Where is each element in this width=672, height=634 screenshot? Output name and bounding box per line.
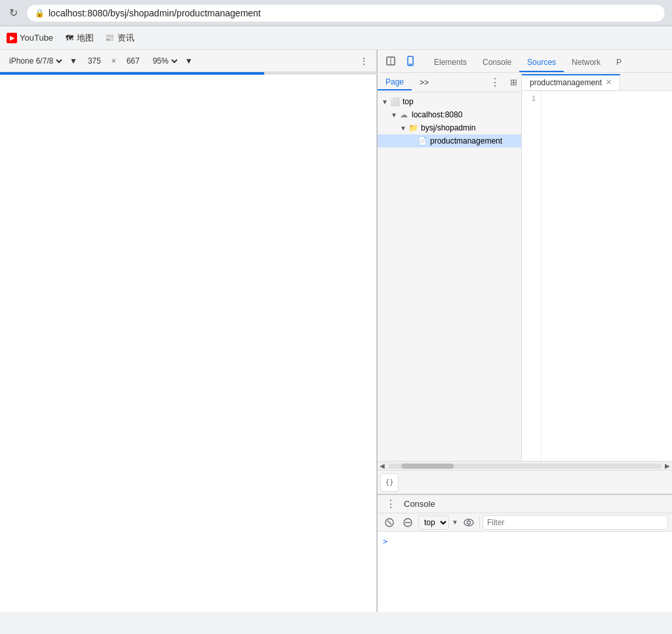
- maps-label: 地图: [77, 32, 94, 44]
- tab-sources[interactable]: Sources: [519, 54, 564, 72]
- inspect-element-button[interactable]: [382, 52, 400, 70]
- sidebar-split-button[interactable]: ⊞: [505, 75, 521, 90]
- height-input[interactable]: [121, 56, 145, 66]
- youtube-label: YouTube: [20, 33, 53, 43]
- console-dropdown-icon: ▼: [452, 519, 458, 526]
- page-viewport: [0, 75, 377, 612]
- console-eye-button[interactable]: [461, 515, 477, 530]
- tree-label-productmanagement: productmanagement: [430, 136, 502, 146]
- filter-divider: [479, 516, 480, 529]
- devtools-panel: Elements Console Sources Network P Page …: [377, 50, 672, 612]
- tab-network[interactable]: Network: [564, 54, 608, 72]
- viewport-area: iPhone 6/7/8 ▼ × 95% ▼ ⋮: [0, 50, 377, 612]
- bookmark-maps[interactable]: 🗺 地图: [64, 32, 94, 44]
- browser-chrome: ↻ 🔒 localhost:8080/bysj/shopadmin/produc…: [0, 0, 672, 26]
- news-icon: 📰: [104, 33, 115, 43]
- bookmark-youtube[interactable]: ▶ YouTube: [7, 33, 53, 43]
- tree-item-shopadmin[interactable]: ▼ 📁 bysj/shopadmin: [378, 121, 521, 134]
- file-tree: ▼ ⬜ top ▼ ☁ localhost:8080: [378, 92, 521, 461]
- tree-label-shopadmin: bysj/shopadmin: [421, 123, 475, 132]
- sources-horizontal-scrollbar[interactable]: ◀ ▶: [378, 461, 672, 470]
- console-header: ⋮ Console: [378, 495, 672, 513]
- news-label: 资讯: [117, 32, 134, 44]
- dimension-x: ×: [111, 56, 116, 66]
- tree-arrow-shopadmin: ▼: [399, 125, 408, 132]
- scroll-track: [388, 464, 662, 469]
- tab-more[interactable]: P: [608, 54, 629, 72]
- bookmark-news[interactable]: 📰 资讯: [104, 32, 134, 44]
- toolbar-more-button[interactable]: ⋮: [359, 56, 370, 66]
- bookmarks-bar: ▶ YouTube 🗺 地图 📰 资讯: [0, 26, 672, 50]
- file-icon: 📄: [417, 136, 427, 146]
- tree-arrow-localhost: ▼: [389, 111, 399, 119]
- url-text: localhost:8080/bysj/shopadmin/productman…: [49, 8, 261, 18]
- reload-button[interactable]: ↻: [7, 7, 20, 20]
- youtube-icon: ▶: [7, 33, 17, 43]
- devtools-tabs: Elements Console Sources Network P: [424, 50, 672, 72]
- device-toolbar: iPhone 6/7/8 ▼ × 95% ▼ ⋮: [0, 50, 377, 72]
- scroll-left-button[interactable]: ◀: [378, 462, 387, 471]
- sources-sidebar-tabs: Page >> ⋮ ⊞: [378, 73, 521, 92]
- tab-console[interactable]: Console: [475, 54, 519, 72]
- tree-arrow-top: ▼: [380, 98, 389, 106]
- cloud-icon: ☁: [399, 109, 409, 120]
- sidebar-tab-page[interactable]: Page: [378, 75, 412, 90]
- svg-point-9: [467, 521, 470, 524]
- editor-tab-productmanagement[interactable]: productmanagement ✕: [522, 74, 620, 90]
- console-context-selector[interactable]: top: [418, 515, 449, 530]
- tab-elements[interactable]: Elements: [426, 54, 475, 72]
- console-filter-input[interactable]: [483, 515, 668, 530]
- console-label: Console: [404, 499, 435, 509]
- console-prompt: >: [383, 537, 667, 546]
- console-bottom-panel: ⋮ Console top: [378, 494, 672, 612]
- sidebar-more-button[interactable]: ⋮: [484, 76, 505, 89]
- console-chevron-icon: >: [383, 537, 387, 546]
- devtools-toolbar-icons: [378, 52, 424, 70]
- sources-panel: Page >> ⋮ ⊞ ▼ ⬜ top: [378, 73, 672, 494]
- line-numbers: 1: [522, 91, 542, 461]
- console-toolbar: top ▼: [378, 513, 672, 532]
- tree-label-localhost: localhost:8080: [412, 110, 462, 119]
- tree-item-top[interactable]: ▼ ⬜ top: [378, 95, 521, 108]
- editor-code-area[interactable]: [542, 91, 672, 461]
- editor-content: 1: [522, 91, 672, 461]
- console-block-button[interactable]: [400, 515, 416, 530]
- svg-point-8: [464, 519, 473, 526]
- svg-line-5: [387, 521, 391, 525]
- maps-icon: 🗺: [64, 33, 74, 43]
- line-number-1: 1: [522, 94, 536, 104]
- format-button[interactable]: {}: [380, 473, 399, 492]
- editor-tabs: productmanagement ✕: [522, 73, 672, 91]
- secure-icon: 🔒: [35, 9, 45, 18]
- device-toolbar-button[interactable]: [401, 52, 420, 70]
- width-input[interactable]: [83, 56, 106, 66]
- tree-item-localhost[interactable]: ▼ ☁ localhost:8080: [378, 108, 521, 121]
- zoom-dropdown-icon: ▼: [185, 56, 193, 66]
- sidebar-tab-more[interactable]: >>: [412, 75, 437, 90]
- folder-icon: 📁: [408, 123, 418, 133]
- main-area: iPhone 6/7/8 ▼ × 95% ▼ ⋮: [0, 50, 672, 612]
- devtools-header: Elements Console Sources Network P: [378, 50, 672, 73]
- window-icon: ⬜: [389, 96, 400, 107]
- sources-editor: productmanagement ✕ 1: [522, 73, 672, 461]
- address-bar[interactable]: 🔒 localhost:8080/bysj/shopadmin/productm…: [26, 4, 665, 22]
- device-dropdown-icon: ▼: [69, 56, 77, 66]
- device-selector[interactable]: iPhone 6/7/8: [7, 56, 64, 66]
- sources-sidebar: Page >> ⋮ ⊞ ▼ ⬜ top: [378, 73, 522, 461]
- console-more-button[interactable]: ⋮: [383, 496, 399, 512]
- scroll-thumb[interactable]: [401, 464, 454, 469]
- console-content: >: [378, 532, 672, 612]
- tree-item-productmanagement[interactable]: 📄 productmanagement: [378, 134, 521, 148]
- zoom-selector[interactable]: 95%: [150, 56, 180, 66]
- scroll-right-button[interactable]: ▶: [663, 462, 672, 471]
- editor-tab-close[interactable]: ✕: [606, 78, 612, 87]
- console-clear-button[interactable]: [382, 515, 397, 530]
- editor-tab-label: productmanagement: [530, 78, 602, 87]
- tree-label-top: top: [403, 97, 414, 106]
